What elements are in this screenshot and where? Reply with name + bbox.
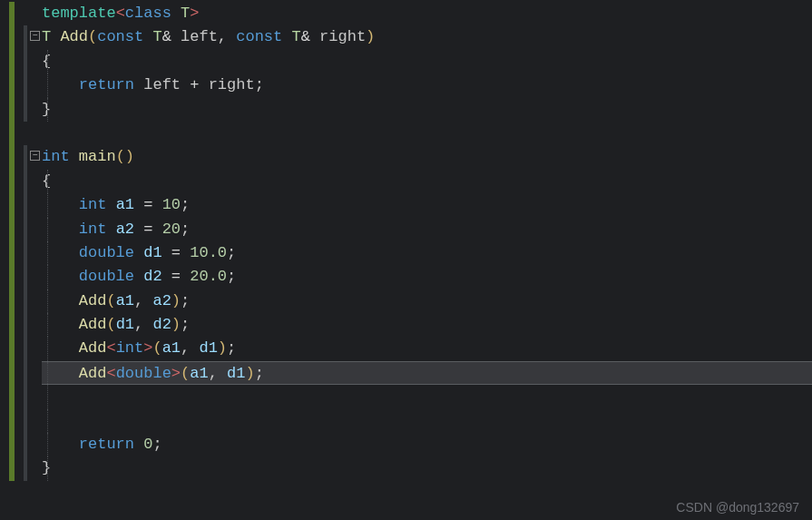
code-line[interactable]: Add<int>(a1, d1);: [42, 337, 812, 360]
change-marker: [9, 409, 15, 433]
code-line[interactable]: template<class T>: [42, 2, 812, 25]
change-marker: [9, 289, 15, 313]
gutter-line: [0, 361, 42, 385]
indent-guide: [47, 289, 48, 313]
code-line[interactable]: double d2 = 20.0;: [42, 265, 812, 289]
indent-guide: [47, 50, 48, 74]
gutter-guide: [24, 98, 27, 122]
gutter-line: [0, 289, 42, 313]
gutter-line: [0, 409, 42, 433]
indent-guide: [47, 241, 48, 265]
gutter: −−: [0, 2, 42, 520]
code-text: double d1 = 10.0;: [42, 244, 236, 261]
change-marker: [9, 265, 15, 289]
change-marker: [9, 2, 15, 25]
indent-guide: [47, 337, 48, 360]
gutter-line: [0, 313, 42, 337]
change-marker: [9, 50, 15, 74]
code-line[interactable]: [42, 385, 812, 408]
gutter-line: [0, 337, 42, 360]
gutter-line: [0, 98, 42, 122]
change-marker: [9, 98, 15, 122]
gutter-line: [0, 2, 42, 25]
change-marker: [9, 145, 15, 169]
gutter-guide: [24, 50, 27, 74]
gutter-guide: [24, 337, 27, 360]
code-line[interactable]: Add(a1, a2);: [42, 289, 812, 313]
indent-guide: [47, 193, 48, 217]
change-marker: [9, 74, 15, 97]
gutter-line: [0, 50, 42, 74]
gutter-guide: [24, 218, 27, 241]
code-line[interactable]: [42, 409, 812, 433]
gutter-guide: [24, 145, 27, 169]
code-editor[interactable]: −− template<class T>T Add(const T& left,…: [0, 0, 812, 520]
code-area[interactable]: template<class T>T Add(const T& left, co…: [42, 2, 812, 520]
fold-icon[interactable]: −: [30, 151, 40, 161]
code-text: Add(d1, d2);: [42, 316, 190, 333]
code-line[interactable]: Add<double>(a1, d1);: [42, 361, 812, 385]
gutter-guide: [24, 361, 27, 385]
gutter-line: −: [0, 145, 42, 169]
change-marker: [9, 122, 15, 145]
code-line[interactable]: {: [42, 50, 812, 74]
gutter-guide: [24, 385, 27, 408]
change-marker: [9, 337, 15, 360]
code-line[interactable]: Add(d1, d2);: [42, 313, 812, 337]
code-line[interactable]: [42, 122, 812, 145]
code-text: Add<double>(a1, d1);: [42, 365, 264, 382]
gutter-line: [0, 218, 42, 241]
gutter-guide: [24, 241, 27, 265]
indent-guide: [47, 265, 48, 289]
indent-guide: [47, 409, 48, 433]
indent-guide: [47, 218, 48, 241]
indent-guide: [47, 362, 48, 384]
gutter-guide: [24, 25, 27, 49]
code-text: template<class T>: [42, 5, 199, 22]
change-marker: [9, 25, 15, 49]
change-marker: [9, 385, 15, 408]
change-marker: [9, 218, 15, 241]
code-line[interactable]: double d1 = 10.0;: [42, 241, 812, 265]
gutter-guide: [24, 193, 27, 217]
gutter-line: [0, 265, 42, 289]
indent-guide: [47, 385, 48, 408]
gutter-line: [0, 433, 42, 456]
indent-guide: [47, 313, 48, 337]
indent-guide: [47, 456, 48, 480]
gutter-line: [0, 456, 42, 480]
indent-guide: [47, 98, 48, 122]
gutter-guide: [24, 313, 27, 337]
indent-guide: [47, 433, 48, 456]
code-line[interactable]: int main(): [42, 145, 812, 169]
code-text: int a1 = 10;: [42, 196, 190, 213]
code-line[interactable]: {: [42, 170, 812, 193]
code-text: int main(): [42, 148, 134, 165]
gutter-line: [0, 122, 42, 145]
code-text: double d2 = 20.0;: [42, 268, 236, 285]
code-text: Add(a1, a2);: [42, 292, 190, 309]
indent-guide: [47, 170, 48, 193]
code-text: Add<int>(a1, d1);: [42, 339, 236, 357]
code-line[interactable]: return left + right;: [42, 74, 812, 97]
indent-guide: [47, 74, 48, 97]
gutter-guide: [24, 456, 27, 480]
gutter-guide: [24, 433, 27, 456]
gutter-guide: [24, 74, 27, 97]
change-marker: [9, 241, 15, 265]
gutter-line: [0, 385, 42, 408]
gutter-line: [0, 241, 42, 265]
change-marker: [9, 456, 15, 480]
fold-icon[interactable]: −: [30, 31, 40, 41]
code-line[interactable]: int a1 = 10;: [42, 193, 812, 217]
gutter-guide: [24, 409, 27, 433]
code-line[interactable]: }: [42, 456, 812, 480]
code-line[interactable]: return 0;: [42, 433, 812, 456]
gutter-line: [0, 74, 42, 97]
change-marker: [9, 433, 15, 456]
code-line[interactable]: }: [42, 98, 812, 122]
change-marker: [9, 313, 15, 337]
code-line[interactable]: int a2 = 20;: [42, 218, 812, 241]
code-line[interactable]: T Add(const T& left, const T& right): [42, 25, 812, 49]
gutter-line: [0, 170, 42, 193]
